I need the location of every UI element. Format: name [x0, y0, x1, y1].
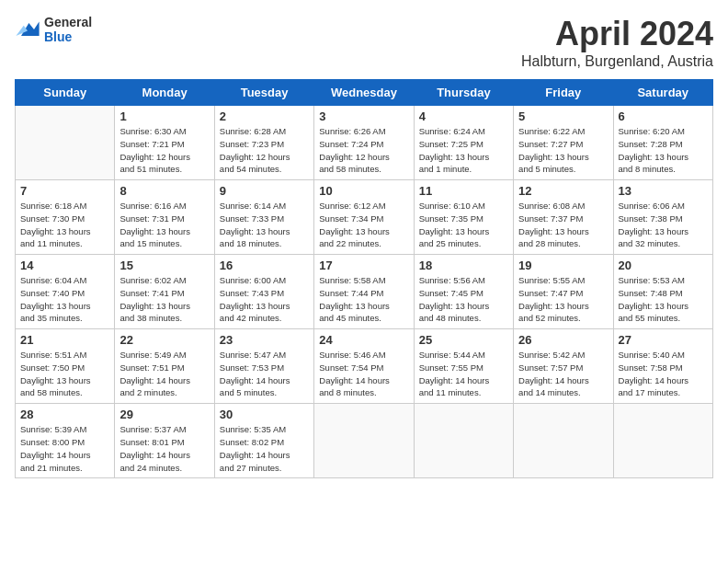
calendar-cell: 15Sunrise: 6:02 AM Sunset: 7:41 PM Dayli… [115, 255, 214, 329]
calendar-body: 1Sunrise: 6:30 AM Sunset: 7:21 PM Daylig… [16, 106, 713, 478]
month-title: April 2024 [521, 15, 713, 53]
day-number: 23 [220, 333, 309, 347]
day-info: Sunrise: 5:53 AM Sunset: 7:48 PM Dayligh… [619, 274, 708, 325]
day-number: 4 [419, 109, 508, 123]
day-info: Sunrise: 5:55 AM Sunset: 7:47 PM Dayligh… [518, 274, 608, 325]
day-info: Sunrise: 5:37 AM Sunset: 8:01 PM Dayligh… [119, 423, 209, 474]
day-number: 12 [518, 184, 608, 198]
weekday-header-friday: Friday [514, 80, 613, 106]
weekday-header-wednesday: Wednesday [314, 80, 414, 106]
day-info: Sunrise: 5:51 AM Sunset: 7:50 PM Dayligh… [20, 349, 109, 399]
day-info: Sunrise: 6:10 AM Sunset: 7:35 PM Dayligh… [419, 200, 508, 250]
calendar-cell: 2Sunrise: 6:28 AM Sunset: 7:23 PM Daylig… [214, 106, 313, 180]
calendar-cell: 3Sunrise: 6:26 AM Sunset: 7:24 PM Daylig… [314, 106, 414, 180]
day-number: 9 [220, 184, 309, 198]
day-info: Sunrise: 6:22 AM Sunset: 7:27 PM Dayligh… [518, 125, 608, 176]
title-area: April 2024 Halbturn, Burgenland, Austria [521, 15, 713, 70]
logo: General Blue [15, 15, 92, 44]
day-number: 6 [619, 109, 708, 123]
day-number: 25 [419, 333, 508, 347]
day-info: Sunrise: 5:40 AM Sunset: 7:58 PM Dayligh… [619, 349, 708, 399]
day-number: 11 [419, 184, 508, 198]
calendar-cell: 25Sunrise: 5:44 AM Sunset: 7:55 PM Dayli… [414, 329, 513, 404]
day-info: Sunrise: 5:35 AM Sunset: 8:02 PM Dayligh… [220, 423, 309, 474]
day-info: Sunrise: 6:04 AM Sunset: 7:40 PM Dayligh… [20, 274, 109, 325]
calendar-cell: 8Sunrise: 6:16 AM Sunset: 7:31 PM Daylig… [115, 180, 214, 255]
day-info: Sunrise: 6:16 AM Sunset: 7:31 PM Dayligh… [119, 200, 209, 250]
calendar-cell: 17Sunrise: 5:58 AM Sunset: 7:44 PM Dayli… [314, 255, 414, 329]
calendar-cell: 10Sunrise: 6:12 AM Sunset: 7:34 PM Dayli… [314, 180, 414, 255]
day-info: Sunrise: 5:58 AM Sunset: 7:44 PM Dayligh… [319, 274, 408, 325]
calendar-cell: 21Sunrise: 5:51 AM Sunset: 7:50 PM Dayli… [16, 329, 115, 404]
day-number: 27 [619, 333, 708, 347]
calendar-cell [414, 404, 513, 478]
day-number: 26 [518, 333, 608, 347]
day-info: Sunrise: 5:39 AM Sunset: 8:00 PM Dayligh… [20, 423, 109, 474]
calendar-cell: 7Sunrise: 6:18 AM Sunset: 7:30 PM Daylig… [16, 180, 115, 255]
day-info: Sunrise: 5:44 AM Sunset: 7:55 PM Dayligh… [419, 349, 508, 399]
calendar-cell: 13Sunrise: 6:06 AM Sunset: 7:38 PM Dayli… [613, 180, 712, 255]
calendar-cell: 27Sunrise: 5:40 AM Sunset: 7:58 PM Dayli… [613, 329, 712, 404]
day-info: Sunrise: 6:02 AM Sunset: 7:41 PM Dayligh… [119, 274, 209, 325]
calendar-cell: 6Sunrise: 6:20 AM Sunset: 7:28 PM Daylig… [613, 106, 712, 180]
day-info: Sunrise: 6:28 AM Sunset: 7:23 PM Dayligh… [220, 125, 309, 176]
day-number: 18 [419, 259, 508, 272]
calendar-week-5: 28Sunrise: 5:39 AM Sunset: 8:00 PM Dayli… [16, 404, 713, 478]
day-info: Sunrise: 6:12 AM Sunset: 7:34 PM Dayligh… [319, 200, 408, 250]
weekday-header-tuesday: Tuesday [214, 80, 313, 106]
day-number: 8 [119, 184, 209, 198]
calendar-week-4: 21Sunrise: 5:51 AM Sunset: 7:50 PM Dayli… [16, 329, 713, 404]
day-number: 2 [220, 109, 309, 123]
day-number: 20 [619, 259, 708, 272]
calendar-cell: 4Sunrise: 6:24 AM Sunset: 7:25 PM Daylig… [414, 106, 513, 180]
day-info: Sunrise: 5:56 AM Sunset: 7:45 PM Dayligh… [419, 274, 508, 325]
calendar-cell: 1Sunrise: 6:30 AM Sunset: 7:21 PM Daylig… [115, 106, 214, 180]
weekday-header-thursday: Thursday [414, 80, 513, 106]
calendar-cell: 20Sunrise: 5:53 AM Sunset: 7:48 PM Dayli… [613, 255, 712, 329]
day-number: 3 [319, 109, 408, 123]
calendar-cell: 26Sunrise: 5:42 AM Sunset: 7:57 PM Dayli… [514, 329, 613, 404]
day-number: 7 [20, 184, 109, 198]
calendar-cell: 18Sunrise: 5:56 AM Sunset: 7:45 PM Dayli… [414, 255, 513, 329]
day-info: Sunrise: 5:42 AM Sunset: 7:57 PM Dayligh… [518, 349, 608, 399]
day-info: Sunrise: 6:30 AM Sunset: 7:21 PM Dayligh… [119, 125, 209, 176]
day-info: Sunrise: 6:00 AM Sunset: 7:43 PM Dayligh… [220, 274, 309, 325]
day-number: 24 [319, 333, 408, 347]
calendar-week-2: 7Sunrise: 6:18 AM Sunset: 7:30 PM Daylig… [16, 180, 713, 255]
calendar-cell [314, 404, 414, 478]
calendar-cell: 5Sunrise: 6:22 AM Sunset: 7:27 PM Daylig… [514, 106, 613, 180]
calendar-cell: 28Sunrise: 5:39 AM Sunset: 8:00 PM Dayli… [16, 404, 115, 478]
logo-general: General [44, 15, 92, 29]
calendar-cell: 24Sunrise: 5:46 AM Sunset: 7:54 PM Dayli… [314, 329, 414, 404]
day-number: 13 [619, 184, 708, 198]
day-info: Sunrise: 6:08 AM Sunset: 7:37 PM Dayligh… [518, 200, 608, 250]
day-info: Sunrise: 6:18 AM Sunset: 7:30 PM Dayligh… [20, 200, 109, 250]
day-number: 15 [119, 259, 209, 272]
calendar-table: SundayMondayTuesdayWednesdayThursdayFrid… [15, 79, 713, 478]
day-number: 17 [319, 259, 408, 272]
calendar-cell: 12Sunrise: 6:08 AM Sunset: 7:37 PM Dayli… [514, 180, 613, 255]
day-number: 5 [518, 109, 608, 123]
day-info: Sunrise: 5:49 AM Sunset: 7:51 PM Dayligh… [119, 349, 209, 399]
day-info: Sunrise: 5:47 AM Sunset: 7:53 PM Dayligh… [220, 349, 309, 399]
calendar-cell: 22Sunrise: 5:49 AM Sunset: 7:51 PM Dayli… [115, 329, 214, 404]
logo-icon [15, 17, 40, 42]
calendar-cell [514, 404, 613, 478]
day-number: 16 [220, 259, 309, 272]
day-info: Sunrise: 6:20 AM Sunset: 7:28 PM Dayligh… [619, 125, 708, 176]
weekday-header-monday: Monday [115, 80, 214, 106]
page-header: General Blue April 2024 Halbturn, Burgen… [15, 15, 713, 70]
weekday-header-sunday: Sunday [16, 80, 115, 106]
calendar-cell: 23Sunrise: 5:47 AM Sunset: 7:53 PM Dayli… [214, 329, 313, 404]
day-number: 22 [119, 333, 209, 347]
calendar-cell: 29Sunrise: 5:37 AM Sunset: 8:01 PM Dayli… [115, 404, 214, 478]
logo-text: General Blue [44, 15, 92, 44]
day-info: Sunrise: 6:24 AM Sunset: 7:25 PM Dayligh… [419, 125, 508, 176]
day-info: Sunrise: 6:26 AM Sunset: 7:24 PM Dayligh… [319, 125, 408, 176]
day-number: 30 [220, 408, 309, 421]
calendar-cell: 30Sunrise: 5:35 AM Sunset: 8:02 PM Dayli… [214, 404, 313, 478]
calendar-week-3: 14Sunrise: 6:04 AM Sunset: 7:40 PM Dayli… [16, 255, 713, 329]
day-number: 29 [119, 408, 209, 421]
day-number: 14 [20, 259, 109, 272]
day-info: Sunrise: 5:46 AM Sunset: 7:54 PM Dayligh… [319, 349, 408, 399]
